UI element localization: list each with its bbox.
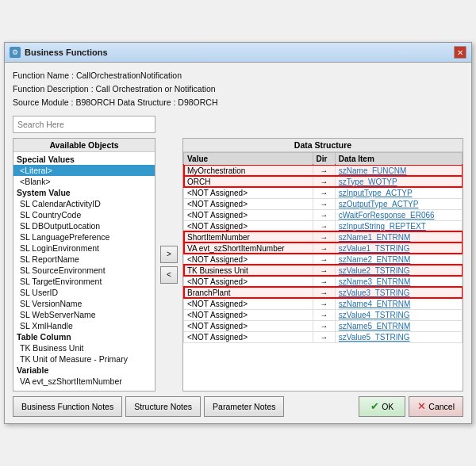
info-section: Function Name : CallOrchestrationNotific… <box>13 69 463 109</box>
move-right-button[interactable]: > <box>160 246 178 263</box>
middle-buttons: > < <box>160 138 178 392</box>
source-module-label: Source Module : B98ORCH Data Structure :… <box>13 96 463 109</box>
table-row[interactable]: ShortItemNumber→szName1_ENTRNM <box>184 231 463 243</box>
content-area: Function Name : CallOrchestrationNotific… <box>5 63 471 422</box>
cell-dir: → <box>313 220 335 231</box>
parameter-notes-button[interactable]: Parameter Notes <box>204 396 284 417</box>
table-row[interactable]: ORCH→szType_WOTYP <box>184 176 463 187</box>
table-row[interactable]: <NOT Assigned>→szOutputType_ACTYP <box>184 198 463 209</box>
available-objects-list: Special Values <Literal> <Blank> System … <box>13 152 155 391</box>
cell-data-item: szValue4_TSTRING <box>335 309 462 320</box>
function-name-label: Function Name : CallOrchestrationNotific… <box>13 69 463 82</box>
main-area: Available Objects Special Values <Litera… <box>13 138 463 392</box>
cell-value: <NOT Assigned> <box>184 220 313 231</box>
close-button[interactable]: ✕ <box>454 46 466 59</box>
cell-dir: → <box>313 176 335 187</box>
cell-data-item: szName1_ENTRNM <box>335 231 462 243</box>
table-row[interactable]: <NOT Assigned>→szValue4_TSTRING <box>184 309 463 320</box>
list-item[interactable]: TK Unit of Measure - Primary <box>13 353 155 365</box>
section-header-variable: Variable <box>13 365 155 376</box>
table-row[interactable]: BranchPlant→szValue3_TSTRING <box>184 287 463 298</box>
list-item[interactable]: TK Business Unit <box>13 342 155 353</box>
list-item[interactable]: SL LoginEnvironment <box>13 243 155 254</box>
table-row[interactable]: TK Business Unit→szValue2_TSTRING <box>184 265 463 276</box>
cell-value: <NOT Assigned> <box>184 320 313 331</box>
cell-dir: → <box>313 243 335 254</box>
cell-data-item: szValue2_TSTRING <box>335 265 462 276</box>
list-item[interactable]: SL DBOutputLocation <box>13 220 155 231</box>
cell-value: <NOT Assigned> <box>184 254 313 265</box>
cell-dir: → <box>313 287 335 298</box>
cell-dir: → <box>313 298 335 309</box>
cell-value: <NOT Assigned> <box>184 209 313 220</box>
window-icon: ⚙ <box>10 47 21 58</box>
cell-data-item: szValue5_TSTRING <box>335 331 462 342</box>
cell-dir: → <box>313 187 335 198</box>
cell-dir: → <box>313 265 335 276</box>
list-item[interactable]: SL UserID <box>13 287 155 298</box>
table-row[interactable]: <NOT Assigned>→cWaitForResponse_ER066 <box>184 209 463 220</box>
cell-data-item: szValue1_TSTRING <box>335 243 462 254</box>
col-header-dataitem: Data Item <box>335 152 462 165</box>
list-item[interactable]: SL WebServerName <box>13 309 155 320</box>
cell-data-item: szName3_ENTRNM <box>335 276 462 287</box>
section-header-system: System Value <box>13 187 155 198</box>
cell-data-item: cWaitForResponse_ER066 <box>335 209 462 220</box>
move-left-button[interactable]: < <box>160 266 178 284</box>
cell-dir: → <box>313 276 335 287</box>
data-structure-panel: Data Structure Value Dir Data Item MyOrc… <box>182 138 463 392</box>
list-item[interactable]: <Literal> <box>13 165 155 176</box>
cell-data-item: szName_FUNCNM <box>335 165 462 176</box>
table-row[interactable]: <NOT Assigned>→szName5_ENTRNM <box>184 320 463 331</box>
table-row[interactable]: VA evt_szShortItemNumber→szValue1_TSTRIN… <box>184 243 463 254</box>
data-structure-table-wrapper: Value Dir Data Item MyOrchestration→szNa… <box>183 152 463 391</box>
cancel-label: Cancel <box>428 402 455 411</box>
check-icon: ✔ <box>370 400 379 412</box>
list-item[interactable]: SL XmlHandle <box>13 320 155 331</box>
list-item[interactable]: SL LanguagePreference <box>13 231 155 243</box>
search-input[interactable] <box>13 116 155 133</box>
list-item[interactable]: SL ReportName <box>13 254 155 265</box>
available-objects-header: Available Objects <box>13 139 155 152</box>
data-structure-header: Data Structure <box>183 139 463 152</box>
list-item[interactable]: <Blank> <box>13 176 155 187</box>
business-function-notes-button[interactable]: Business Function Notes <box>13 396 122 417</box>
cell-value: BranchPlant <box>184 287 313 298</box>
table-row[interactable]: <NOT Assigned>→szInputType_ACTYP <box>184 187 463 198</box>
list-item[interactable]: SL CountryCode <box>13 209 155 220</box>
section-header-table: Table Column <box>13 331 155 342</box>
cell-value: ShortItemNumber <box>184 231 313 243</box>
list-item[interactable]: SL CalendarActivityID <box>13 198 155 209</box>
cell-value: TK Business Unit <box>184 265 313 276</box>
cell-data-item: szName5_ENTRNM <box>335 320 462 331</box>
cell-value: <NOT Assigned> <box>184 187 313 198</box>
table-row[interactable]: <NOT Assigned>→szValue5_TSTRING <box>184 331 463 342</box>
col-header-value: Value <box>184 152 313 165</box>
list-item[interactable]: SL TargetEnvironment <box>13 276 155 287</box>
cell-value: <NOT Assigned> <box>184 298 313 309</box>
cell-data-item: szName2_ENTRNM <box>335 254 462 265</box>
list-item[interactable]: SL VersionName <box>13 298 155 309</box>
list-item[interactable]: VA evt_szShortItemNumber <box>13 376 155 387</box>
structure-notes-button[interactable]: Structure Notes <box>125 396 201 417</box>
business-functions-window: ⚙ Business Functions ✕ Function Name : C… <box>4 42 472 423</box>
table-row[interactable]: <NOT Assigned>→szInputString_REPTEXT <box>184 220 463 231</box>
table-row[interactable]: <NOT Assigned>→szName2_ENTRNM <box>184 254 463 265</box>
cell-data-item: szOutputType_ACTYP <box>335 198 462 209</box>
table-row[interactable]: <NOT Assigned>→szName4_ENTRNM <box>184 298 463 309</box>
cell-value: MyOrchestration <box>184 165 313 176</box>
table-row[interactable]: MyOrchestration→szName_FUNCNM <box>184 165 463 176</box>
cancel-button[interactable]: ✕ Cancel <box>409 396 463 417</box>
window-title: Business Functions <box>25 48 108 57</box>
cell-value: <NOT Assigned> <box>184 309 313 320</box>
ok-button[interactable]: ✔ OK <box>359 396 405 417</box>
cell-dir: → <box>313 331 335 342</box>
table-row[interactable]: <NOT Assigned>→szName3_ENTRNM <box>184 276 463 287</box>
col-header-dir: Dir <box>313 152 335 165</box>
ok-label: OK <box>382 402 393 411</box>
cell-data-item: szInputType_ACTYP <box>335 187 462 198</box>
title-bar-left: ⚙ Business Functions <box>10 47 108 58</box>
list-item[interactable]: SL SourceEnvironment <box>13 265 155 276</box>
available-objects-panel: Available Objects Special Values <Litera… <box>13 138 155 392</box>
cell-value: <NOT Assigned> <box>184 198 313 209</box>
